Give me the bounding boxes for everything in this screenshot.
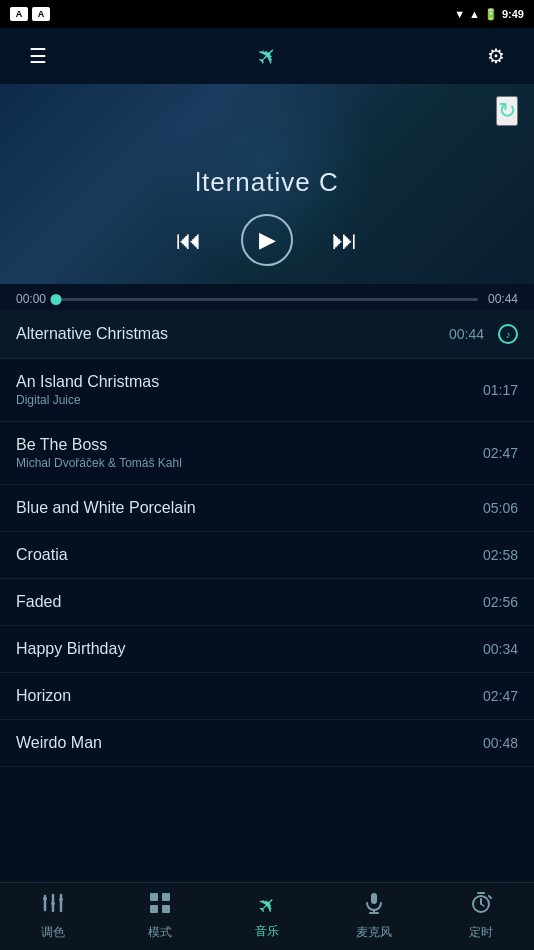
nav-item-timer[interactable]: 定时 bbox=[427, 892, 534, 941]
status-left: A A bbox=[10, 7, 50, 21]
track-duration: 00:44 bbox=[449, 326, 484, 342]
status-bar: A A ▼ ▲ 🔋 9:49 bbox=[0, 0, 534, 28]
track-active-icon: ♪ bbox=[498, 324, 518, 344]
track-name: Faded bbox=[16, 593, 61, 611]
menu-button[interactable]: ☰ bbox=[16, 34, 60, 78]
total-time: 00:44 bbox=[488, 292, 518, 306]
music-icon: ✈ bbox=[258, 893, 276, 919]
track-duration: 05:06 bbox=[483, 500, 518, 516]
track-name: Croatia bbox=[16, 546, 68, 564]
app-icon: A bbox=[32, 7, 50, 21]
prev-button[interactable]: ⏮ bbox=[167, 218, 211, 262]
track-right: 02:58 bbox=[483, 547, 518, 563]
track-artist: Digital Juice bbox=[16, 393, 159, 407]
track-name: Be The Boss bbox=[16, 436, 182, 454]
track-item[interactable]: An Island ChristmasDigital Juice01:17 bbox=[0, 359, 534, 422]
wifi-icon: ▼ bbox=[454, 8, 465, 20]
bottom-nav: 调色模式✈音乐麦克风定时 bbox=[0, 882, 534, 950]
timer-label: 定时 bbox=[469, 924, 493, 941]
track-duration: 02:56 bbox=[483, 594, 518, 610]
track-name: Happy Birthday bbox=[16, 640, 125, 658]
notification-icon: A bbox=[10, 7, 28, 21]
track-item[interactable]: Horizon02:47 bbox=[0, 673, 534, 720]
nav-item-mic[interactable]: 麦克风 bbox=[320, 892, 427, 941]
track-duration: 01:17 bbox=[483, 382, 518, 398]
track-item[interactable]: Faded02:56 bbox=[0, 579, 534, 626]
track-item[interactable]: Blue and White Porcelain05:06 bbox=[0, 485, 534, 532]
track-item[interactable]: Be The BossMichal Dvořáček & Tomáš Kahl0… bbox=[0, 422, 534, 485]
play-icon: ▶ bbox=[259, 227, 276, 253]
track-info: Faded bbox=[16, 593, 61, 611]
track-right: 02:56 bbox=[483, 594, 518, 610]
timer-icon bbox=[470, 892, 492, 920]
track-info: Blue and White Porcelain bbox=[16, 499, 196, 517]
track-list: Alternative Christmas00:44♪An Island Chr… bbox=[0, 310, 534, 882]
time-display: 9:49 bbox=[502, 8, 524, 20]
eq-icon bbox=[42, 892, 64, 920]
track-name: Alternative Christmas bbox=[16, 325, 168, 343]
track-right: 01:17 bbox=[483, 382, 518, 398]
repeat-button[interactable]: ↻ bbox=[496, 96, 518, 126]
current-time: 00:00 bbox=[16, 292, 46, 306]
track-info: Happy Birthday bbox=[16, 640, 125, 658]
main-content: ☰ ✈ ⚙ ↻ lternative C ⏮ ▶ ⏭ 00:00 bbox=[0, 28, 534, 882]
track-duration: 02:47 bbox=[483, 688, 518, 704]
svg-rect-2 bbox=[43, 897, 47, 900]
mic-icon bbox=[363, 892, 385, 920]
svg-rect-5 bbox=[51, 902, 55, 905]
mic-label: 麦克风 bbox=[356, 924, 392, 941]
prev-icon: ⏮ bbox=[176, 225, 202, 256]
track-info: Be The BossMichal Dvořáček & Tomáš Kahl bbox=[16, 436, 182, 470]
status-right: ▼ ▲ 🔋 9:49 bbox=[454, 8, 524, 21]
track-right: 02:47 bbox=[483, 688, 518, 704]
track-item[interactable]: Croatia02:58 bbox=[0, 532, 534, 579]
track-name: An Island Christmas bbox=[16, 373, 159, 391]
track-right: 00:44♪ bbox=[449, 324, 518, 344]
track-item[interactable]: Happy Birthday00:34 bbox=[0, 626, 534, 673]
nav-item-music[interactable]: ✈音乐 bbox=[214, 893, 321, 940]
play-pause-button[interactable]: ▶ bbox=[241, 214, 293, 266]
svg-rect-10 bbox=[162, 893, 170, 901]
track-right: 00:48 bbox=[483, 735, 518, 751]
track-info: Alternative Christmas bbox=[16, 325, 168, 343]
track-name: Blue and White Porcelain bbox=[16, 499, 196, 517]
svg-rect-11 bbox=[150, 905, 158, 913]
next-button[interactable]: ⏭ bbox=[323, 218, 367, 262]
progress-area: 00:00 00:44 bbox=[0, 284, 534, 310]
track-info: Croatia bbox=[16, 546, 68, 564]
track-duration: 02:47 bbox=[483, 445, 518, 461]
music-label: 音乐 bbox=[255, 923, 279, 940]
progress-thumb[interactable] bbox=[51, 294, 62, 305]
track-info: Horizon bbox=[16, 687, 71, 705]
track-artist: Michal Dvořáček & Tomáš Kahl bbox=[16, 456, 182, 470]
svg-rect-8 bbox=[59, 898, 63, 901]
track-item[interactable]: Weirdo Man00:48 bbox=[0, 720, 534, 767]
eq-label: 调色 bbox=[41, 924, 65, 941]
settings-icon: ⚙ bbox=[487, 44, 505, 68]
playback-controls: ⏮ ▶ ⏭ bbox=[167, 214, 367, 266]
track-name: Horizon bbox=[16, 687, 71, 705]
track-right: 02:47 bbox=[483, 445, 518, 461]
svg-rect-13 bbox=[371, 893, 377, 904]
logo-icon: ✈ bbox=[250, 39, 284, 73]
track-duration: 00:34 bbox=[483, 641, 518, 657]
svg-line-20 bbox=[489, 896, 491, 898]
track-right: 00:34 bbox=[483, 641, 518, 657]
track-duration: 02:58 bbox=[483, 547, 518, 563]
settings-button[interactable]: ⚙ bbox=[474, 34, 518, 78]
nav-item-eq[interactable]: 调色 bbox=[0, 892, 107, 941]
repeat-icon: ↻ bbox=[498, 98, 516, 123]
album-area: ↻ lternative C ⏮ ▶ ⏭ bbox=[0, 84, 534, 284]
track-info: An Island ChristmasDigital Juice bbox=[16, 373, 159, 407]
svg-rect-12 bbox=[162, 905, 170, 913]
next-icon: ⏭ bbox=[332, 225, 358, 256]
track-name: Weirdo Man bbox=[16, 734, 102, 752]
track-right: 05:06 bbox=[483, 500, 518, 516]
mode-icon bbox=[149, 892, 171, 920]
nav-item-mode[interactable]: 模式 bbox=[107, 892, 214, 941]
track-item[interactable]: Alternative Christmas00:44♪ bbox=[0, 310, 534, 359]
now-playing-title: lternative C bbox=[195, 167, 339, 198]
progress-track[interactable] bbox=[56, 298, 478, 301]
top-bar: ☰ ✈ ⚙ bbox=[0, 28, 534, 84]
track-duration: 00:48 bbox=[483, 735, 518, 751]
